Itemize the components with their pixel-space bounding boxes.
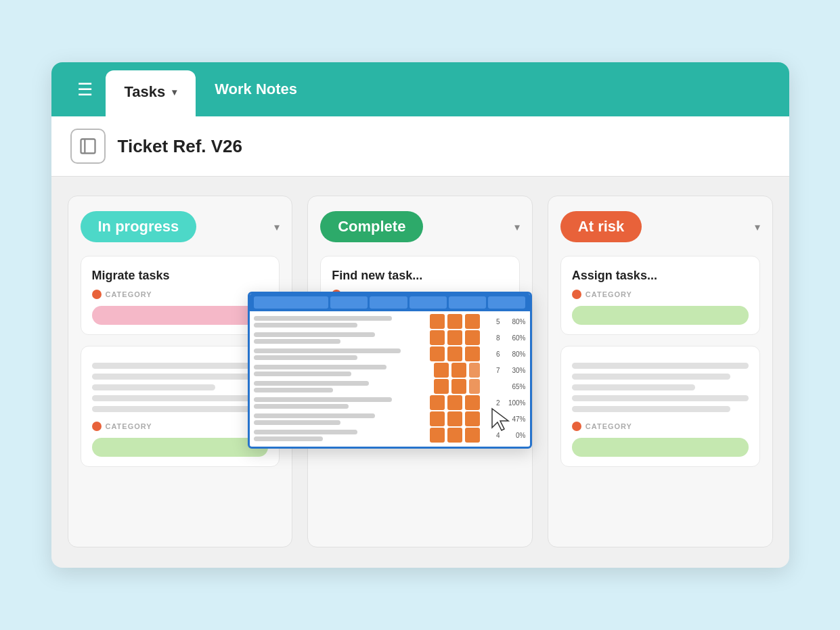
- ss-row-8: 4 0%: [254, 428, 526, 443]
- ss-row-3: 6 80%: [254, 346, 526, 361]
- ss-orange-8b: [447, 428, 462, 443]
- tab-tasks[interactable]: Tasks ▾: [106, 70, 196, 116]
- ss-row-4: 7 30%: [254, 363, 526, 378]
- ss-orange-8a: [430, 428, 445, 443]
- card-line-2b: [572, 374, 731, 380]
- col-header-atrisk: At risk ▾: [560, 211, 760, 242]
- ss-orange-5a: [434, 379, 449, 394]
- card-inprogress-2-category-row: CATEGORY: [92, 422, 269, 431]
- card-line: [92, 374, 251, 380]
- badge-atrisk[interactable]: At risk: [560, 211, 642, 242]
- ss-pct-7: 47%: [503, 415, 526, 423]
- tab-worknotes[interactable]: Work Notes: [196, 62, 316, 116]
- col-chevron-atrisk[interactable]: ▾: [755, 221, 760, 233]
- card-line: [92, 363, 269, 369]
- tab-worknotes-label: Work Notes: [215, 81, 297, 98]
- ss-header-col5: [449, 296, 486, 309]
- badge-complete[interactable]: Complete: [320, 211, 423, 242]
- ss-text-col-4: [254, 365, 431, 376]
- card-atrisk-2: CATEGORY: [560, 346, 760, 467]
- category-bar-green: [92, 438, 269, 457]
- ss-header-col4: [410, 296, 447, 309]
- category-icon-4: [572, 290, 581, 299]
- ss-orange-7b: [447, 411, 462, 426]
- ss-orange-3b: [447, 346, 462, 361]
- ss-orange-1b: [447, 314, 462, 329]
- card-migrate-tasks-category-row: CATEGORY: [92, 290, 269, 299]
- ss-orange-7c: [465, 411, 480, 426]
- tab-tasks-label: Tasks: [125, 83, 166, 101]
- ss-pct-2: 60%: [503, 334, 526, 342]
- badge-inprogress[interactable]: In progress: [81, 211, 197, 242]
- ss-orange-5c: [469, 379, 480, 394]
- ss-pct-3: 80%: [503, 351, 526, 358]
- ss-header-col6: [488, 296, 525, 309]
- ss-text-col-8: [254, 430, 427, 441]
- ss-row-5: 65%: [254, 379, 526, 394]
- ss-orange-6b: [447, 395, 462, 410]
- category-icon-5: [572, 422, 581, 431]
- ss-orange-2b: [447, 330, 462, 345]
- card-line-2e: [572, 406, 731, 412]
- ss-pct-8: 0%: [503, 432, 526, 439]
- ss-orange-3c: [465, 346, 480, 361]
- col-chevron-inprogress[interactable]: ▾: [274, 221, 280, 233]
- card-lines: [92, 363, 269, 412]
- card-line-2c: [572, 384, 695, 390]
- ss-header-row: [250, 294, 530, 311]
- svg-rect-1: [84, 139, 85, 154]
- ss-num-2: 8: [483, 334, 500, 342]
- ss-orange-4a: [434, 363, 449, 378]
- category-label-4: CATEGORY: [585, 290, 632, 298]
- category-label-2: CATEGORY: [106, 422, 152, 430]
- ss-orange-7a: [430, 411, 445, 426]
- ss-num-1: 5: [483, 318, 500, 325]
- card-assign-tasks: Assign tasks... CATEGORY: [560, 256, 760, 335]
- ss-row-6: 2 100%: [254, 395, 526, 410]
- svg-rect-0: [81, 139, 95, 154]
- col-header-complete: Complete ▾: [320, 211, 520, 242]
- ss-orange-1c: [465, 314, 480, 329]
- ss-pct-4: 30%: [503, 367, 526, 374]
- card-atrisk-2-category-row: CATEGORY: [572, 422, 749, 431]
- ss-header-col2: [330, 296, 368, 309]
- category-icon: [92, 290, 102, 299]
- column-complete: Complete ▾ Find new task... CATEGORY: [307, 196, 533, 547]
- hamburger-button[interactable]: ☰: [65, 62, 106, 116]
- ss-orange-2a: [430, 330, 445, 345]
- category-bar-green-3: [572, 438, 749, 457]
- ss-pct-5: 65%: [503, 383, 526, 390]
- category-icon-2: [92, 422, 102, 431]
- category-bar-pink: [92, 306, 269, 325]
- card-assign-tasks-title: Assign tasks...: [572, 269, 749, 283]
- ss-orange-4b: [451, 363, 466, 378]
- ss-text-col-1: [254, 316, 427, 328]
- card-line: [92, 395, 269, 401]
- category-bar-green-2: [572, 306, 749, 325]
- ss-row-2: 8 60%: [254, 330, 526, 345]
- ss-orange-4c: [469, 363, 480, 378]
- card-line-2a: [572, 363, 749, 369]
- card-line: [92, 406, 251, 412]
- board: In progress ▾ Migrate tasks CATEGORY: [51, 177, 789, 568]
- card-lines-2: [572, 363, 749, 412]
- col-chevron-complete[interactable]: ▾: [514, 221, 520, 233]
- ss-pct-1: 80%: [503, 318, 526, 325]
- ss-text-col-5: [254, 381, 431, 392]
- ss-orange-3a: [430, 346, 445, 361]
- ss-num-3: 6: [483, 351, 500, 358]
- tab-tasks-chevron: ▾: [172, 87, 177, 97]
- ss-text-col-7: [254, 413, 427, 425]
- ss-orange-6c: [465, 395, 480, 410]
- ss-pct-6: 100%: [503, 399, 526, 407]
- ss-num-4: 7: [483, 367, 500, 374]
- ss-header-col3: [370, 296, 407, 309]
- ss-header-col1: [254, 296, 329, 309]
- card-find-new-task-title: Find new task...: [332, 269, 508, 283]
- ss-orange-8c: [465, 428, 480, 443]
- card-migrate-tasks-title: Migrate tasks: [92, 269, 269, 283]
- ss-num-8: 4: [483, 432, 500, 439]
- card-line: [92, 384, 215, 390]
- card-line-2d: [572, 395, 749, 401]
- category-label: CATEGORY: [106, 290, 152, 298]
